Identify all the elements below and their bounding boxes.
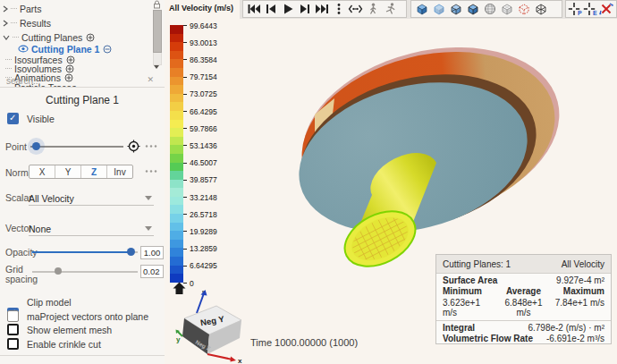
- vector-value: None: [29, 224, 51, 234]
- opacity-value-box[interactable]: 1.00: [140, 246, 164, 259]
- cube-wireframe-icon[interactable]: [532, 2, 549, 17]
- normal-z-button[interactable]: Z: [81, 165, 107, 178]
- legend-tick: [183, 197, 187, 198]
- cube-transparent-icon[interactable]: [430, 2, 447, 17]
- point-label: Point: [5, 141, 27, 152]
- legend-tick: [183, 77, 187, 78]
- legend-label: 79.7154: [190, 72, 217, 81]
- legend-tick: [183, 163, 187, 164]
- legend-tick: [183, 231, 187, 232]
- play-icon[interactable]: [279, 2, 296, 17]
- cube-solid-icon[interactable]: [413, 2, 430, 17]
- panel-title: Cutting Plane 1: [0, 94, 165, 106]
- stats-panel: Cutting Planes: 1 All Velocity Surface A…: [435, 254, 612, 344]
- legend-label: 66.4295: [190, 107, 217, 116]
- normal-y-button[interactable]: Y: [55, 165, 81, 178]
- legend-tick: [183, 59, 187, 60]
- scroll-down-arrow[interactable]: [154, 65, 159, 69]
- axis-visibility-icon[interactable]: [599, 2, 614, 17]
- remove-icon[interactable]: [103, 45, 112, 54]
- legend-tick: [183, 111, 187, 112]
- walk-icon[interactable]: [364, 2, 381, 17]
- legend-tick: [183, 25, 187, 26]
- stats-title: Cutting Planes: 1: [443, 259, 511, 269]
- legend-labels: 99.644393.001386.358479.715473.072566.42…: [183, 25, 237, 284]
- cube-grid-icon[interactable]: [498, 2, 515, 17]
- toolbar-playback-group: [242, 0, 407, 18]
- legend-label: 93.0013: [190, 38, 217, 47]
- min-avg-max-values: 3.623e+1 m/s 6.848e+1 m/s 7.84e+1 m/s: [436, 296, 611, 317]
- eye-icon[interactable]: [18, 45, 29, 53]
- triad-x-label: x: [238, 357, 242, 363]
- svg-text:P: P: [578, 10, 582, 16]
- vector-dropdown[interactable]: None: [29, 220, 154, 236]
- opacity-slider-handle[interactable]: [127, 248, 135, 256]
- pick-location-icon[interactable]: [127, 140, 140, 153]
- sidebar-item-results[interactable]: Results: [0, 17, 51, 29]
- orientation-triad[interactable]: Neg Y Neg Z y x: [175, 284, 252, 363]
- point-more-options-icon[interactable]: [145, 144, 157, 148]
- step-forward-icon[interactable]: [296, 2, 313, 17]
- left-panel: Parts Results Cutting Planes Cutting Pla…: [0, 0, 165, 364]
- legend-label: 59.7866: [190, 124, 217, 133]
- search-placeholder: search...: [6, 76, 40, 86]
- search-field[interactable]: search... ✕: [0, 75, 165, 87]
- tree-item-label: Cutting Plane 1: [31, 44, 99, 55]
- cube-shaded-edges-icon[interactable]: [464, 2, 481, 17]
- normal-more-options-icon[interactable]: [145, 169, 157, 174]
- scalar-dropdown[interactable]: All Velocity: [29, 190, 154, 206]
- visible-checkbox[interactable]: [7, 113, 19, 124]
- tree-scrollbar[interactable]: [152, 0, 161, 72]
- grid-spacing-slider-handle[interactable]: [55, 267, 62, 275]
- legend-label: 46.5007: [190, 158, 217, 167]
- sidebar-item-parts[interactable]: Parts: [0, 3, 42, 14]
- mushroom-valve-model[interactable]: [283, 21, 578, 277]
- legend-title: All Velocity (m/s): [169, 4, 233, 13]
- cube-hidden-line-icon[interactable]: [447, 2, 464, 17]
- svg-text:E: E: [593, 10, 597, 16]
- legend-label: 13.2859: [190, 244, 217, 253]
- grid-spacing-label-2: spacing: [5, 274, 38, 284]
- toolbar: P E: [240, 0, 617, 19]
- chevron-down-icon: [3, 35, 10, 40]
- legend-tick: [183, 214, 187, 215]
- pick-point-icon[interactable]: P: [568, 2, 583, 17]
- scrollbar-thumb[interactable]: [153, 10, 162, 53]
- enable-crinkle-cut-checkbox[interactable]: [7, 338, 19, 350]
- grid-spacing-value-box[interactable]: 0.02: [140, 265, 164, 278]
- normal-x-button[interactable]: X: [30, 165, 55, 178]
- tree-item-label: Parts: [20, 4, 42, 14]
- show-element-mesh-checkbox[interactable]: [7, 324, 19, 335]
- skip-to-end-icon[interactable]: [313, 2, 330, 17]
- clip-model-label: Clip model: [27, 297, 72, 308]
- clear-search-icon[interactable]: ✕: [147, 75, 154, 84]
- mesh-sphere-icon[interactable]: [481, 2, 498, 17]
- viewport-3d[interactable]: P E All Velocity (m/s) 99.644393.001386.…: [165, 0, 617, 364]
- legend-tick: [183, 128, 187, 129]
- legend-label: 86.3584: [190, 55, 217, 64]
- normal-inv-button[interactable]: Inv: [107, 165, 132, 178]
- grid-spacing-slider-track[interactable]: [32, 271, 138, 273]
- cube-dashed-red-icon[interactable]: [515, 2, 532, 17]
- normal-button-group: X Y Z Inv: [29, 165, 133, 179]
- stats-header: Cutting Planes: 1 All Velocity: [436, 255, 611, 274]
- project-vectors-checkbox[interactable]: [7, 310, 19, 322]
- add-icon[interactable]: [86, 33, 95, 42]
- lock-icon: [153, 0, 161, 9]
- run-icon[interactable]: [381, 2, 398, 17]
- tree-item-label: Cutting Planes: [21, 32, 82, 43]
- legend-label: 33.2148: [190, 193, 217, 202]
- sidebar-item-cutting-planes[interactable]: Cutting Planes: [0, 31, 95, 43]
- point-slider-handle[interactable]: [32, 142, 40, 150]
- properties-panel: Cutting Plane 1 Visible Point Normal X Y…: [0, 87, 165, 364]
- pick-element-icon[interactable]: E: [583, 2, 598, 17]
- legend-label: 73.0725: [190, 89, 217, 98]
- more-vertical-icon[interactable]: [330, 2, 347, 17]
- tree-item-label: Results: [20, 18, 51, 29]
- legend-tick: [183, 94, 187, 95]
- visible-label: Visible: [27, 114, 55, 124]
- skip-to-start-icon[interactable]: [245, 2, 262, 17]
- fit-time-range-icon[interactable]: [347, 2, 364, 17]
- min-avg-max-labels: Minimum Average Maximum: [436, 285, 611, 297]
- step-back-icon[interactable]: [262, 2, 279, 17]
